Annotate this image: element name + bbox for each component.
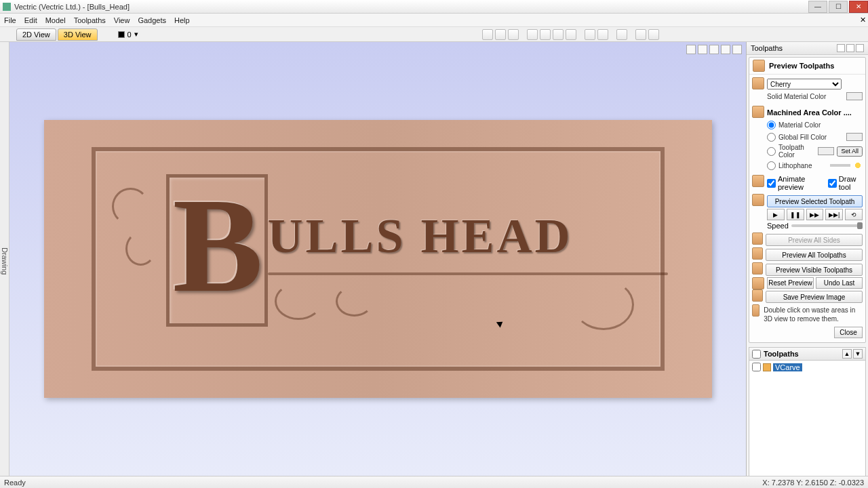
preview-visible-icon [752, 262, 763, 274]
material-preview: B ULLS HEAD [44, 120, 712, 398]
preview-section-title: Preview Toolpaths [769, 62, 834, 70]
view-side-icon[interactable] [721, 45, 730, 54]
view-fit-icon[interactable] [732, 45, 742, 54]
menu-edit[interactable]: Edit [24, 16, 37, 24]
tile-vert-icon[interactable] [648, 29, 659, 40]
material-select[interactable]: Cherry [767, 79, 842, 89]
view-front-icon[interactable] [709, 45, 719, 54]
machined-area-icon [752, 106, 764, 118]
toolpaths-select-all-checkbox[interactable] [752, 350, 761, 359]
stop-button[interactable]: ⟲ [845, 209, 863, 220]
layer-selector[interactable]: 0 ▾ [118, 30, 138, 39]
flourish-leaf-2 [125, 232, 156, 266]
close-preview-button[interactable]: Close [834, 327, 863, 338]
layer-name: 0 [127, 30, 132, 39]
close-window-button[interactable]: ✕ [849, 1, 868, 13]
hint-icon [752, 304, 760, 317]
machined-area-title: Machined Area Color .... [767, 108, 852, 117]
preview-toolpaths-section: Preview Toolpaths Cherry Solid Material … [749, 57, 866, 343]
status-ready: Ready [4, 479, 26, 487]
speed-slider[interactable] [791, 224, 863, 227]
view-shade-icon[interactable] [597, 29, 608, 40]
flourish-scroll-3 [573, 279, 634, 330]
label-material-color: Material Color [778, 121, 863, 129]
radio-toolpath-color[interactable] [767, 147, 776, 156]
global-fill-swatch[interactable] [846, 133, 863, 141]
main-area: Drawing B ULLS HEAD Toolpaths [0, 42, 868, 476]
move-down-button[interactable]: ▼ [853, 349, 863, 359]
toolpath-item-checkbox[interactable] [752, 363, 761, 371]
mouse-cursor-icon [498, 320, 505, 329]
draw-tool-checkbox[interactable] [828, 179, 837, 188]
toggle-3-icon[interactable] [553, 29, 564, 40]
panel-pin-icon[interactable] [837, 44, 845, 52]
radio-global-fill[interactable] [767, 133, 776, 142]
initial-letter: B [173, 167, 263, 323]
animate-preview-checkbox[interactable] [767, 179, 776, 188]
radio-lithophane[interactable] [767, 161, 776, 170]
menu-toolpaths[interactable]: Toolpaths [74, 16, 106, 24]
menu-gadgets[interactable]: Gadgets [138, 16, 166, 24]
view-refresh-icon[interactable] [616, 29, 627, 40]
toolpath-item[interactable]: VCarve [751, 362, 864, 372]
view-iso-icon[interactable] [686, 45, 696, 54]
menu-file[interactable]: File [4, 16, 16, 24]
animate-icon [752, 175, 764, 187]
toolpaths-panel-header: Toolpaths [747, 42, 868, 55]
toolpaths-panel: Toolpaths Preview Toolpaths Cherry [746, 42, 868, 476]
play-button[interactable]: ▶ [767, 209, 785, 220]
preview-all-sides-button[interactable]: Preview All Sides [766, 234, 863, 246]
menu-view[interactable]: View [114, 16, 130, 24]
preview-section-icon [753, 60, 765, 72]
layer-dropdown-icon[interactable]: ▾ [134, 30, 138, 39]
drawing-sidebar-tab[interactable]: Drawing [0, 42, 9, 476]
solid-material-color-swatch[interactable] [846, 92, 863, 100]
panel-help-icon[interactable] [846, 44, 854, 52]
sun-icon[interactable] [853, 161, 863, 170]
snap-options-icon[interactable] [495, 29, 506, 40]
undo-last-button[interactable]: Undo Last [816, 277, 863, 289]
toggle-2-icon[interactable] [540, 29, 551, 40]
pause-button[interactable]: ❚❚ [787, 209, 804, 220]
tab-2d-view[interactable]: 2D View [16, 28, 56, 41]
panel-close-icon[interactable] [856, 44, 864, 52]
maximize-button[interactable]: ☐ [829, 1, 848, 13]
label-global-fill: Global Fill Color [778, 134, 844, 141]
layer-color-icon [118, 31, 125, 38]
waste-hint-text: Double click on waste areas in 3D view t… [762, 304, 863, 325]
toggle-1-icon[interactable] [527, 29, 538, 40]
preview-visible-button[interactable]: Preview Visible Toolpaths [766, 264, 863, 276]
flourish-underline [268, 272, 668, 275]
step-button[interactable]: ▶▶ [806, 209, 824, 220]
preview-all-button[interactable]: Preview All Toolpaths [766, 249, 863, 261]
menu-help[interactable]: Help [174, 16, 190, 24]
move-up-button[interactable]: ▲ [842, 349, 852, 359]
reset-preview-button[interactable]: Reset Preview [767, 277, 814, 289]
litho-slider[interactable] [830, 164, 850, 167]
reset-preview-icon [752, 277, 764, 289]
view-link-icon[interactable] [585, 29, 595, 40]
save-preview-image-button[interactable]: Save Preview Image [766, 291, 863, 303]
mdi-close-button[interactable]: ✕ [857, 16, 868, 24]
3d-viewport[interactable]: B ULLS HEAD [9, 42, 746, 476]
app-icon [3, 3, 11, 11]
grid-icon[interactable] [508, 29, 519, 40]
minimize-button[interactable]: — [808, 1, 827, 13]
toolpath-color-swatch[interactable] [818, 147, 834, 155]
toolpaths-list[interactable]: VCarve [749, 361, 866, 488]
tab-3d-view[interactable]: 3D View [58, 28, 98, 41]
preview-selected-button[interactable]: Preview Selected Toolpath [767, 195, 863, 207]
label-toolpath-color: Toolpath Color [778, 144, 815, 159]
label-lithophane: Lithophane [778, 162, 827, 169]
radio-material-color[interactable] [767, 121, 776, 129]
toggle-4-icon[interactable] [566, 29, 576, 40]
skip-button[interactable]: ▶▶| [825, 209, 843, 220]
menu-model[interactable]: Model [45, 16, 66, 24]
toolpath-item-name: VCarve [773, 363, 802, 371]
flourish-scroll-2 [336, 286, 373, 317]
animate-preview-label: Animate preview [778, 175, 821, 191]
set-all-button[interactable]: Set All [837, 146, 863, 157]
snap-grid-icon[interactable] [482, 29, 493, 40]
view-top-icon[interactable] [698, 45, 707, 54]
tile-horiz-icon[interactable] [635, 29, 646, 40]
